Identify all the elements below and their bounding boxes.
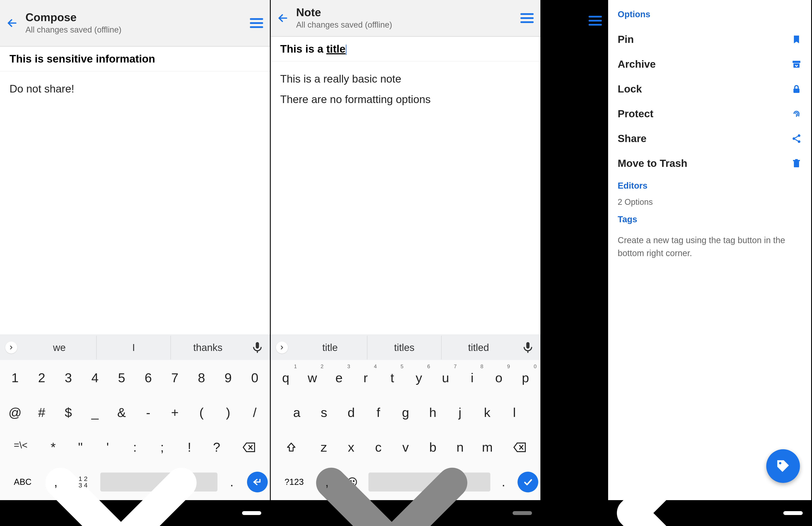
drawer-item-trash[interactable]: Move to Trash — [618, 151, 802, 176]
enter-key[interactable] — [247, 472, 268, 492]
app-bar: Compose All changes saved (offline) — [0, 0, 270, 47]
options-drawer: Options Pin Archive Lock Protect — [608, 0, 811, 500]
keyboard-row-1: 1 2 3 4 5 6 7 8 9 0 — [2, 364, 268, 391]
suggestion-item[interactable]: I — [97, 336, 171, 359]
key[interactable]: / — [242, 399, 267, 426]
back-arrow-icon[interactable] — [277, 13, 288, 24]
key-r[interactable]: r4 — [353, 364, 378, 391]
key-p[interactable]: p0 — [512, 364, 538, 391]
svg-point-24 — [793, 137, 795, 140]
key[interactable]: @ — [2, 399, 28, 426]
key[interactable]: a — [284, 399, 310, 426]
suggestion-item[interactable]: title — [293, 336, 367, 359]
key-comma[interactable]: , — [44, 468, 68, 495]
mic-icon[interactable] — [251, 341, 264, 354]
key-i[interactable]: i8 — [459, 364, 485, 391]
key[interactable]: s — [311, 399, 337, 426]
key[interactable]: g — [392, 399, 419, 426]
key[interactable]: * — [40, 434, 66, 461]
key[interactable]: n — [447, 434, 473, 461]
key[interactable]: z — [311, 434, 337, 461]
key[interactable]: ) — [215, 399, 241, 426]
key[interactable]: 9 — [215, 364, 241, 391]
nav-home-pill[interactable] — [512, 511, 532, 515]
key[interactable]: 3 — [56, 364, 81, 391]
key[interactable]: j — [447, 399, 473, 426]
key[interactable]: 0 — [242, 364, 267, 391]
key[interactable]: h — [420, 399, 446, 426]
key[interactable]: 5 — [109, 364, 134, 391]
key[interactable]: k — [474, 399, 500, 426]
done-key[interactable] — [518, 472, 538, 492]
key-symbols-page[interactable]: =\< — [2, 434, 39, 461]
drawer-editors-subtitle[interactable]: 2 Options — [618, 197, 802, 207]
note-title-field[interactable]: This is sensitive information — [0, 47, 270, 71]
key[interactable]: v — [392, 434, 419, 461]
svg-rect-22 — [794, 89, 799, 93]
key-w[interactable]: w2 — [300, 364, 325, 391]
key-period[interactable]: . — [220, 468, 244, 495]
key[interactable]: ' — [95, 434, 121, 461]
key[interactable]: d — [338, 399, 364, 426]
key[interactable]: x — [338, 434, 364, 461]
suggestion-item[interactable]: we — [23, 336, 97, 359]
key[interactable]: f — [365, 399, 392, 426]
key[interactable]: m — [474, 434, 501, 461]
trash-icon — [791, 158, 802, 169]
key-u[interactable]: u7 — [433, 364, 458, 391]
menu-icon[interactable] — [250, 18, 263, 28]
key[interactable]: 2 — [29, 364, 54, 391]
key[interactable]: b — [420, 434, 446, 461]
key-t[interactable]: t5 — [379, 364, 405, 391]
key[interactable]: ? — [203, 434, 230, 461]
key[interactable]: " — [67, 434, 93, 461]
key[interactable]: ( — [189, 399, 214, 426]
key-y[interactable]: y6 — [406, 364, 432, 391]
add-tag-fab[interactable] — [766, 449, 800, 483]
nav-home-pill[interactable] — [783, 511, 803, 515]
suggestion-item[interactable]: titled — [441, 336, 516, 359]
key[interactable]: _ — [82, 399, 108, 426]
menu-icon[interactable] — [520, 13, 534, 23]
key[interactable]: 4 — [82, 364, 108, 391]
drawer-item-lock[interactable]: Lock — [618, 76, 802, 101]
key-period[interactable]: . — [493, 468, 514, 495]
key[interactable]: 1 — [2, 364, 28, 391]
lock-icon — [791, 84, 802, 94]
key[interactable]: : — [122, 434, 148, 461]
mic-icon[interactable] — [521, 341, 534, 354]
key[interactable]: - — [135, 399, 161, 426]
note-title-field[interactable]: This is a title — [271, 37, 541, 61]
back-arrow-icon[interactable] — [6, 17, 18, 29]
nav-home-pill[interactable] — [242, 511, 261, 515]
key-numpad[interactable]: 1 2 3 4 — [68, 469, 98, 495]
key[interactable]: l — [501, 399, 527, 426]
note-body-field[interactable]: This is a really basic note There are no… — [271, 61, 541, 117]
suggestion-item[interactable]: thanks — [171, 336, 245, 359]
drawer-item-share[interactable]: Share — [618, 126, 802, 151]
key[interactable]: ! — [176, 434, 203, 461]
key-q[interactable]: q1 — [273, 364, 299, 391]
note-body-field[interactable]: Do not share! — [0, 71, 270, 106]
drawer-item-archive[interactable]: Archive — [618, 52, 802, 76]
key[interactable]: 7 — [162, 364, 188, 391]
key-e[interactable]: e3 — [326, 364, 352, 391]
key[interactable]: 6 — [135, 364, 161, 391]
key-o[interactable]: o9 — [486, 364, 511, 391]
key-comma[interactable]: , — [316, 468, 338, 495]
key[interactable]: 8 — [189, 364, 214, 391]
key[interactable]: $ — [56, 399, 81, 426]
drawer-item-pin[interactable]: Pin — [618, 27, 802, 52]
menu-icon[interactable] — [588, 16, 602, 26]
suggestion-expand-button[interactable] — [276, 342, 288, 354]
key[interactable]: c — [365, 434, 392, 461]
key[interactable]: & — [109, 399, 134, 426]
suggestion-item[interactable]: titles — [367, 336, 441, 359]
key[interactable]: # — [29, 399, 54, 426]
suggestion-expand-button[interactable] — [5, 342, 17, 354]
fingerprint-icon — [791, 109, 802, 119]
key[interactable]: ; — [149, 434, 175, 461]
dimmed-background[interactable] — [541, 0, 608, 500]
drawer-item-protect[interactable]: Protect — [618, 101, 802, 126]
key[interactable]: + — [162, 399, 188, 426]
